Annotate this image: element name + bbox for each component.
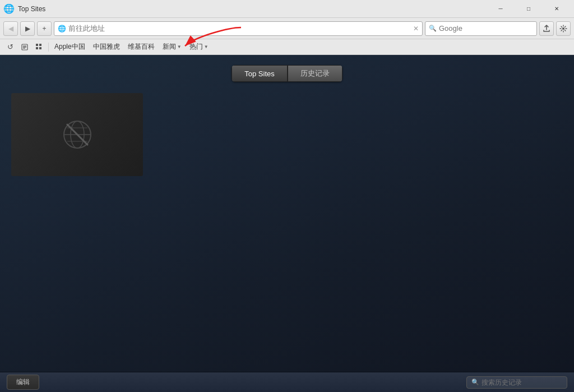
sites-grid	[0, 82, 574, 181]
bookmark-wikipedia[interactable]: 维基百科	[124, 41, 158, 53]
tab-history[interactable]: 历史记录	[288, 65, 342, 82]
bookmark-yahoo[interactable]: 中国雅虎	[90, 41, 123, 53]
grid-icon-button[interactable]	[33, 41, 46, 53]
bookmark-news[interactable]: 新闻 ▼	[159, 41, 185, 53]
bottom-search-input[interactable]	[482, 379, 560, 386]
no-access-globe-icon	[61, 118, 94, 151]
bookmark-separator	[48, 43, 49, 52]
address-icon: 🌐	[58, 25, 66, 33]
window-title: Top Sites	[18, 5, 483, 13]
svg-point-1	[562, 27, 564, 30]
reload-icon-button[interactable]: ↺	[3, 41, 17, 53]
search-bar: 🔍	[425, 21, 537, 36]
bookmarks-bar: ↺ Apple中国 中国雅虎 维基百科 新闻 ▼ 热门 ▼	[0, 39, 574, 55]
title-bar: 🌐 Top Sites ─ □ ✕	[0, 0, 574, 18]
bookmark-hot[interactable]: 热门 ▼	[186, 41, 212, 53]
hot-dropdown-arrow: ▼	[204, 44, 209, 49]
bottom-search-icon: 🔍	[471, 379, 479, 386]
svg-rect-9	[39, 47, 41, 49]
back-button[interactable]: ◀	[3, 21, 18, 36]
bookmark-apple[interactable]: Apple中国	[51, 41, 89, 53]
search-icon: 🔍	[429, 25, 437, 32]
search-input[interactable]	[439, 24, 533, 33]
main-content: Top Sites 历史记录 编辑	[0, 55, 574, 392]
restore-button[interactable]: □	[516, 0, 541, 18]
svg-rect-8	[36, 47, 38, 49]
new-tab-button[interactable]: +	[37, 21, 52, 36]
grid-icon	[35, 43, 43, 51]
app-icon: 🌐	[4, 4, 13, 13]
edit-button[interactable]: 编辑	[7, 375, 39, 390]
address-input[interactable]	[68, 24, 411, 33]
minimize-button[interactable]: ─	[488, 0, 513, 18]
window-controls: ─ □ ✕	[488, 0, 570, 18]
svg-rect-7	[39, 44, 41, 46]
bottom-bar: 编辑 🔍	[0, 372, 574, 392]
svg-rect-6	[36, 44, 38, 46]
settings-icon	[559, 25, 567, 33]
share-button[interactable]	[539, 21, 554, 36]
navigation-bar: ◀ ▶ + 🌐 ✕ 🔍	[0, 18, 574, 39]
address-clear-button[interactable]: ✕	[413, 25, 419, 33]
tab-top-sites[interactable]: Top Sites	[232, 65, 287, 82]
news-dropdown-arrow: ▼	[177, 44, 182, 49]
forward-button[interactable]: ▶	[20, 21, 35, 36]
settings-button[interactable]	[556, 21, 571, 36]
reading-list-icon-button[interactable]	[18, 41, 31, 53]
address-bar: 🌐 ✕	[54, 21, 423, 36]
tab-switcher: Top Sites 历史记录	[232, 65, 342, 82]
bottom-search-bar: 🔍	[466, 376, 567, 389]
site-thumbnail[interactable]	[11, 93, 143, 176]
reading-list-icon	[21, 43, 29, 51]
share-icon	[543, 25, 550, 33]
close-button[interactable]: ✕	[544, 0, 570, 18]
